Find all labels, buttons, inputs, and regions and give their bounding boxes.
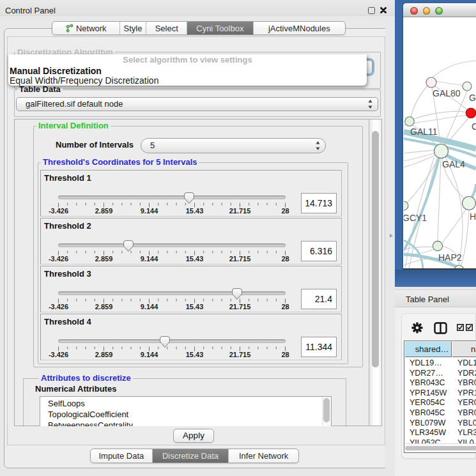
svg-text:9.144: 9.144 bbox=[141, 207, 158, 215]
svg-text:15.43: 15.43 bbox=[186, 351, 204, 358]
svg-text:28: 28 bbox=[281, 255, 289, 263]
svg-text:HAP2: HAP2 bbox=[438, 252, 462, 263]
svg-text:21.715: 21.715 bbox=[229, 351, 251, 358]
svg-text:C: C bbox=[472, 121, 476, 132]
svg-text:9.144: 9.144 bbox=[141, 303, 158, 311]
svg-text:15.43: 15.43 bbox=[186, 255, 204, 263]
svg-text:15.43: 15.43 bbox=[186, 303, 204, 311]
svg-text:2.859: 2.859 bbox=[95, 351, 113, 358]
svg-text:-3.426: -3.426 bbox=[49, 303, 68, 311]
svg-text:-3.426: -3.426 bbox=[49, 207, 68, 215]
svg-text:2.859: 2.859 bbox=[95, 207, 113, 215]
svg-text:GCY1: GCY1 bbox=[404, 213, 427, 223]
svg-text:21.715: 21.715 bbox=[229, 303, 251, 311]
svg-text:21.715: 21.715 bbox=[229, 207, 251, 215]
svg-text:28: 28 bbox=[281, 303, 289, 311]
svg-text:-3.426: -3.426 bbox=[49, 255, 68, 263]
svg-text:2.859: 2.859 bbox=[95, 303, 113, 311]
svg-text:15.43: 15.43 bbox=[186, 207, 204, 215]
svg-text:GAL80: GAL80 bbox=[433, 88, 461, 98]
svg-text:9.144: 9.144 bbox=[141, 255, 158, 263]
svg-text:28: 28 bbox=[281, 351, 289, 358]
svg-text:G.: G. bbox=[469, 93, 476, 103]
svg-text:28: 28 bbox=[281, 207, 289, 215]
svg-text:9.144: 9.144 bbox=[141, 351, 158, 358]
svg-text:-3.426: -3.426 bbox=[49, 351, 68, 358]
svg-text:GAL4: GAL4 bbox=[442, 159, 465, 169]
svg-text:GAL11: GAL11 bbox=[410, 127, 438, 137]
svg-text:H: H bbox=[470, 211, 476, 222]
svg-text:2.859: 2.859 bbox=[95, 255, 113, 263]
svg-text:21.715: 21.715 bbox=[229, 255, 251, 263]
